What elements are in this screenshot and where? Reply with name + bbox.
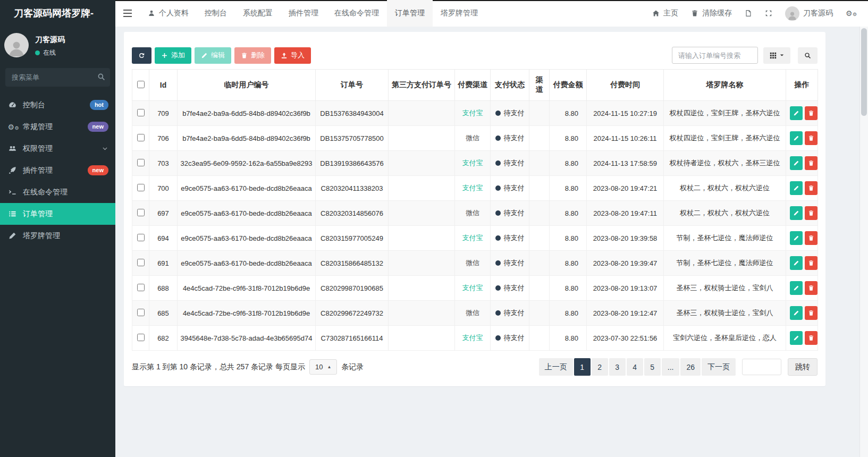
jump-page-input[interactable] xyxy=(742,359,781,375)
row-edit-button[interactable] xyxy=(790,156,803,170)
pay-channel: 微信 xyxy=(455,251,491,276)
sidebar-item-4[interactable]: 插件管理new xyxy=(0,159,115,181)
row-checkbox[interactable] xyxy=(137,259,145,266)
main-content: 添加 编辑 删除 导入 xyxy=(115,27,859,457)
document-button[interactable] xyxy=(738,0,759,27)
row-checkbox[interactable] xyxy=(137,209,145,216)
document-icon xyxy=(745,10,752,17)
scrollbar-thumb[interactable] xyxy=(861,28,867,116)
order-no: C820315977005249 xyxy=(316,226,389,251)
row-edit-button[interactable] xyxy=(790,231,803,245)
page-button-5[interactable]: 5 xyxy=(644,358,661,376)
pay-channel: 支付宝 xyxy=(455,101,491,126)
terminal-icon xyxy=(7,188,18,196)
sidebar-item-6[interactable]: 订单管理 xyxy=(0,203,115,225)
row-checkbox[interactable] xyxy=(137,159,145,166)
row-edit-button[interactable] xyxy=(790,256,803,270)
settings-button[interactable]: ⚙⚙ xyxy=(839,0,862,27)
pay-channel-label: 支付宝 xyxy=(462,109,483,117)
topnav-tab-4[interactable]: 插件管理 xyxy=(281,0,326,27)
row-id: 697 xyxy=(149,201,178,226)
toolbar: 添加 编辑 删除 导入 xyxy=(132,47,818,64)
row-actions xyxy=(786,101,818,126)
import-button[interactable]: 导入 xyxy=(274,47,311,64)
row-delete-button[interactable] xyxy=(805,281,818,295)
tarot-names: 圣杯三，权杖骑士逆位，宝剑八 xyxy=(664,301,786,326)
trash-icon xyxy=(808,135,814,141)
sidebar-item-3[interactable]: 权限管理 xyxy=(0,138,115,159)
sidebar-item-label: 常规管理 xyxy=(23,122,53,132)
row-checkbox[interactable] xyxy=(137,334,145,341)
row-checkbox[interactable] xyxy=(137,109,145,116)
topnav-tab-1[interactable]: 个人资料 xyxy=(140,0,197,27)
order-no: C730287165166114 xyxy=(316,326,389,351)
row-edit-button[interactable] xyxy=(790,281,803,295)
column-header: 付费金额 xyxy=(550,70,587,101)
edit-button[interactable]: 编辑 xyxy=(195,47,231,64)
row-id: 691 xyxy=(149,251,178,276)
per-page-select[interactable]: 10 ▲ xyxy=(309,359,337,375)
page-button-4[interactable]: 4 xyxy=(627,358,643,376)
page-button-3[interactable]: 3 xyxy=(609,358,626,376)
row-delete-button[interactable] xyxy=(805,206,818,220)
order-search-input[interactable] xyxy=(672,47,758,64)
user-menu[interactable]: 刀客源码 xyxy=(779,0,839,27)
page-button-1[interactable]: 1 xyxy=(574,358,591,376)
sidebar-item-2[interactable]: ⚙⚙常规管理new xyxy=(0,116,115,138)
row-delete-button[interactable] xyxy=(805,181,818,195)
row-delete-button[interactable] xyxy=(805,131,818,145)
search-icon[interactable] xyxy=(97,73,105,81)
row-actions xyxy=(786,126,818,151)
row-delete-button[interactable] xyxy=(805,231,818,245)
row-edit-button[interactable] xyxy=(790,181,803,195)
pencil-icon xyxy=(793,285,799,291)
row-edit-button[interactable] xyxy=(790,306,803,320)
prev-page-button[interactable]: 上一页 xyxy=(539,358,573,376)
page-button-2[interactable]: 2 xyxy=(592,358,608,376)
fullscreen-button[interactable] xyxy=(759,0,779,27)
pay-status: 待支付 xyxy=(491,126,529,151)
column-header: 操作 xyxy=(786,70,818,101)
pay-status-label: 待支付 xyxy=(504,309,525,317)
sidebar-item-7[interactable]: 塔罗牌管理 xyxy=(0,225,115,247)
row-edit-button[interactable] xyxy=(790,206,803,220)
home-link[interactable]: 主页 xyxy=(646,0,685,27)
row-delete-button[interactable] xyxy=(805,306,818,320)
row-checkbox[interactable] xyxy=(137,234,145,241)
jump-button[interactable]: 跳转 xyxy=(788,358,818,376)
topnav-tab-6[interactable]: 订单管理 xyxy=(387,0,433,27)
sidebar-item-5[interactable]: 在线命令管理 xyxy=(0,181,115,203)
channel xyxy=(529,326,550,351)
row-delete-button[interactable] xyxy=(805,156,818,170)
hamburger-icon[interactable] xyxy=(115,0,140,27)
row-checkbox[interactable] xyxy=(137,184,145,191)
page-button-26[interactable]: 26 xyxy=(680,358,701,376)
topnav-tab-2[interactable]: 控制台 xyxy=(197,0,235,27)
row-edit-button[interactable] xyxy=(790,106,803,120)
search-button[interactable] xyxy=(798,47,818,64)
channel xyxy=(529,251,550,276)
row-checkbox[interactable] xyxy=(137,284,145,291)
row-checkbox[interactable] xyxy=(137,134,145,141)
select-all-checkbox[interactable] xyxy=(137,81,145,88)
row-edit-button[interactable] xyxy=(790,131,803,145)
row-id: 685 xyxy=(149,301,178,326)
add-button[interactable]: 添加 xyxy=(155,47,191,64)
sidebar-search-input[interactable] xyxy=(5,68,110,87)
clear-cache-link[interactable]: 清除缓存 xyxy=(685,0,738,27)
sidebar-item-1[interactable]: 控制台hot xyxy=(0,94,115,116)
row-delete-button[interactable] xyxy=(805,331,818,345)
refresh-button[interactable] xyxy=(132,47,151,64)
row-delete-button[interactable] xyxy=(805,256,818,270)
topnav-tab-5[interactable]: 在线命令管理 xyxy=(326,0,387,27)
scrollbar[interactable] xyxy=(859,27,868,457)
topnav-tab-7[interactable]: 塔罗牌管理 xyxy=(433,0,486,27)
topnav-tab-3[interactable]: 系统配置 xyxy=(235,0,281,27)
row-checkbox[interactable] xyxy=(137,309,145,316)
delete-button[interactable]: 删除 xyxy=(234,47,271,64)
page-ellipsis[interactable]: ... xyxy=(662,358,680,376)
columns-button[interactable] xyxy=(763,47,790,64)
row-delete-button[interactable] xyxy=(805,106,818,120)
row-edit-button[interactable] xyxy=(790,331,803,345)
next-page-button[interactable]: 下一页 xyxy=(702,358,736,376)
